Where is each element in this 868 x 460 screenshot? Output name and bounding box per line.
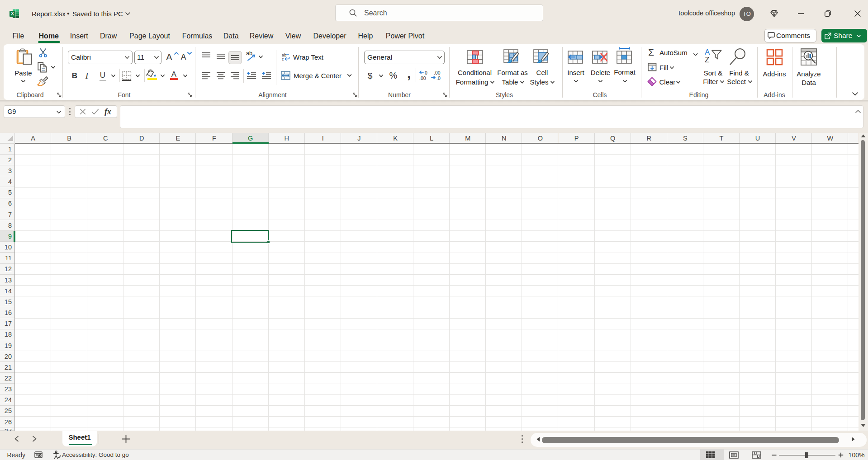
svg-text:.00: .00 <box>434 70 441 75</box>
svg-text:.0: .0 <box>436 75 441 81</box>
svg-text:c: c <box>282 57 284 61</box>
svg-text:X: X <box>11 11 14 16</box>
svg-text:Z: Z <box>705 56 709 64</box>
svg-text:.00: .00 <box>419 75 426 81</box>
svg-text:0: 0 <box>425 70 427 75</box>
